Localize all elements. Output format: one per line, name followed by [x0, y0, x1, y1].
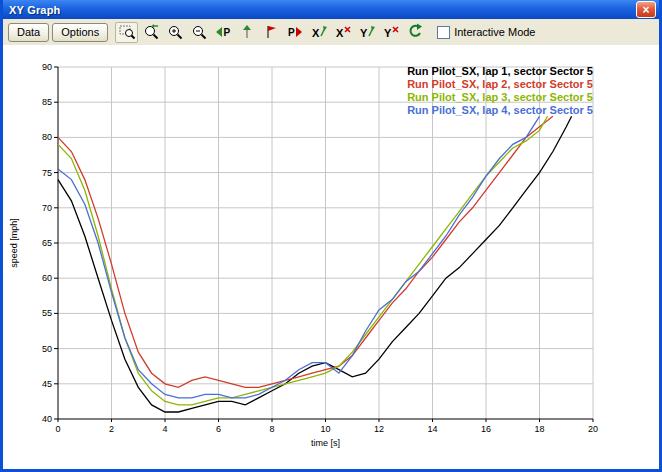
series-line: [58, 116, 553, 387]
x-fixed-scale-button[interactable]: X: [331, 22, 354, 43]
interactive-mode-label: Interactive Mode: [454, 26, 535, 38]
icon-toolbar: P P X X Y Y: [115, 22, 426, 43]
series-line: [58, 116, 572, 412]
options-button[interactable]: Options: [52, 23, 108, 42]
legend-entry: Run Pilot_SX, lap 3, sector Sector 5: [407, 91, 593, 103]
xy-chart: 024681012141618204045505560657075808590t…: [3, 45, 659, 469]
series-line: [58, 116, 540, 398]
y-tick-label: 65: [42, 238, 52, 248]
y-tick-label: 85: [42, 97, 52, 107]
legend-entry: Run Pilot_SX, lap 4, sector Sector 5: [407, 104, 593, 116]
previous-cursor-button[interactable]: P: [211, 22, 234, 43]
zoom-selection-icon: [118, 23, 136, 41]
window-title: XY Graph: [9, 4, 61, 16]
xy-graph-window: XY Graph × Data Options P: [0, 0, 662, 472]
x-tick-label: 2: [109, 424, 114, 434]
svg-text:Y: Y: [360, 27, 368, 39]
y-autoscale-icon: Y: [358, 23, 376, 41]
zoom-out-icon: [190, 23, 208, 41]
close-button[interactable]: ×: [636, 1, 656, 18]
y-fixed-scale-icon: Y: [382, 23, 400, 41]
y-fixed-scale-button[interactable]: Y: [379, 22, 402, 43]
svg-text:Y: Y: [384, 27, 392, 39]
interactive-mode-checkbox[interactable]: [437, 26, 450, 39]
y-tick-label: 45: [42, 379, 52, 389]
previous-cursor-icon: P: [214, 23, 232, 41]
refresh-icon: [406, 23, 424, 41]
zoom-out-button[interactable]: [187, 22, 210, 43]
x-fixed-scale-icon: X: [334, 23, 352, 41]
next-cursor-icon: P: [286, 23, 304, 41]
x-tick-label: 18: [534, 424, 544, 434]
y-tick-label: 50: [42, 344, 52, 354]
zoom-in-button[interactable]: [163, 22, 186, 43]
zoom-in-icon: [166, 23, 184, 41]
x-autoscale-button[interactable]: X: [307, 22, 330, 43]
x-tick-label: 4: [162, 424, 167, 434]
legend-entry: Run Pilot_SX, lap 2, sector Sector 5: [407, 78, 593, 90]
zoom-undo-icon: [142, 23, 160, 41]
svg-text:P: P: [223, 27, 230, 38]
svg-text:X: X: [336, 27, 344, 39]
series-line: [58, 116, 548, 405]
x-tick-label: 0: [55, 424, 60, 434]
title-bar: XY Graph ×: [3, 0, 659, 19]
toolbar: Data Options P: [3, 19, 659, 45]
cursor-up-icon: [238, 23, 256, 41]
x-tick-label: 12: [374, 424, 384, 434]
x-tick-label: 6: [216, 424, 221, 434]
cursor-flag-button[interactable]: [259, 22, 282, 43]
y-tick-label: 60: [42, 273, 52, 283]
x-autoscale-icon: X: [310, 23, 328, 41]
y-autoscale-button[interactable]: Y: [355, 22, 378, 43]
y-tick-label: 70: [42, 203, 52, 213]
x-tick-label: 14: [427, 424, 437, 434]
y-tick-label: 75: [42, 168, 52, 178]
x-tick-label: 20: [588, 424, 598, 434]
cursor-flag-icon: [262, 23, 280, 41]
x-tick-label: 10: [320, 424, 330, 434]
zoom-undo-button[interactable]: [139, 22, 162, 43]
x-tick-label: 16: [481, 424, 491, 434]
next-cursor-button[interactable]: P: [283, 22, 306, 43]
zoom-selection-button[interactable]: [115, 22, 138, 43]
chart-panel: 024681012141618204045505560657075808590t…: [3, 45, 659, 469]
svg-text:X: X: [312, 27, 320, 39]
cursor-up-button[interactable]: [235, 22, 258, 43]
refresh-button[interactable]: [403, 22, 426, 43]
legend-entry: Run Pilot_SX, lap 1, sector Sector 5: [407, 65, 593, 77]
y-tick-label: 55: [42, 308, 52, 318]
close-icon: ×: [642, 4, 649, 16]
svg-text:P: P: [288, 27, 295, 38]
y-tick-label: 40: [42, 414, 52, 424]
data-button[interactable]: Data: [8, 23, 49, 42]
x-tick-label: 8: [269, 424, 274, 434]
x-axis-label: time [s]: [311, 438, 340, 448]
y-axis-label: speed [mph]: [9, 218, 19, 268]
y-tick-label: 80: [42, 132, 52, 142]
interactive-mode-control: Interactive Mode: [437, 26, 535, 39]
y-tick-label: 90: [42, 62, 52, 72]
